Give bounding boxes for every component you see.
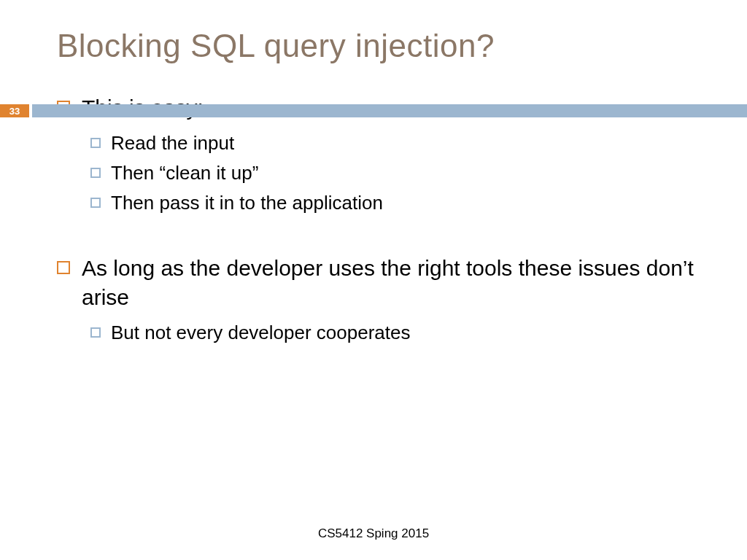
bullet-text: But not every developer cooperates bbox=[111, 320, 410, 346]
bullet-level2: Read the input bbox=[90, 131, 703, 156]
slide-footer: CS5412 Sping 2015 bbox=[0, 526, 747, 541]
bullet-text: Then pass it in to the application bbox=[111, 190, 383, 216]
square-bullet-small-icon bbox=[90, 168, 101, 178]
square-bullet-icon bbox=[57, 261, 70, 274]
square-bullet-small-icon bbox=[90, 327, 101, 338]
square-bullet-small-icon bbox=[90, 138, 101, 148]
title-underline-bar bbox=[32, 104, 747, 117]
bullet-level2: But not every developer cooperates bbox=[90, 320, 703, 346]
bullet-level1: As long as the developer uses the right … bbox=[57, 254, 703, 313]
square-bullet-small-icon bbox=[90, 198, 101, 208]
bullet-text: As long as the developer uses the right … bbox=[82, 254, 703, 313]
slide-title: Blocking SQL query injection? bbox=[0, 0, 747, 64]
bullet-text: Read the input bbox=[111, 131, 234, 156]
bullet-level2: Then pass it in to the application bbox=[90, 190, 703, 216]
bullet-text: Then “clean it up” bbox=[111, 160, 258, 186]
bullet-level2: Then “clean it up” bbox=[90, 160, 703, 186]
page-number: 33 bbox=[0, 104, 29, 117]
page-number-bar: 33 bbox=[0, 104, 747, 117]
